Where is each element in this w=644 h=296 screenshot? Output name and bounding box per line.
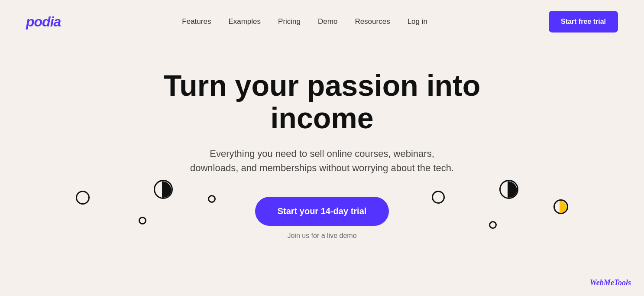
live-demo-link[interactable]: Join us for a live demo <box>287 232 356 240</box>
logo[interactable]: podia <box>26 14 61 30</box>
nav-link-examples[interactable]: Examples <box>228 17 261 26</box>
nav-link-demo[interactable]: Demo <box>318 17 337 26</box>
circle-decoration-3 <box>208 195 216 203</box>
hero-title: Turn your passion into income <box>127 69 517 134</box>
nav-item-resources[interactable]: Resources <box>355 17 390 26</box>
circle-decoration-4 <box>432 191 445 204</box>
nav-link-features[interactable]: Features <box>182 17 211 26</box>
moon-decoration-far-right <box>553 199 573 218</box>
start-free-trial-button[interactable]: Start free trial <box>549 11 618 33</box>
cta-section: Start your 14-day trial Join us for a li… <box>255 197 389 240</box>
nav-link-login[interactable]: Log in <box>408 17 427 26</box>
moon-decoration-left <box>154 180 173 199</box>
navbar: podia Features Examples Pricing Demo Res… <box>0 0 644 43</box>
nav-links: Features Examples Pricing Demo Resources… <box>182 17 427 26</box>
hero-section: Turn your passion into income Everything… <box>0 43 644 257</box>
watermark: WebMeTools <box>590 278 631 287</box>
circle-decoration-2 <box>139 217 146 224</box>
hero-subtitle: Everything you need to sell online cours… <box>188 146 456 175</box>
nav-item-features[interactable]: Features <box>182 17 211 26</box>
nav-item-login[interactable]: Log in <box>408 17 427 26</box>
nav-link-pricing[interactable]: Pricing <box>278 17 301 26</box>
circle-decoration-1 <box>76 191 90 205</box>
start-14day-trial-button[interactable]: Start your 14-day trial <box>255 197 389 226</box>
nav-item-demo[interactable]: Demo <box>318 17 337 26</box>
moon-decoration-right <box>499 180 518 199</box>
circle-decoration-5 <box>489 221 497 229</box>
nav-item-examples[interactable]: Examples <box>228 17 261 26</box>
nav-link-resources[interactable]: Resources <box>355 17 390 26</box>
nav-item-pricing[interactable]: Pricing <box>278 17 301 26</box>
